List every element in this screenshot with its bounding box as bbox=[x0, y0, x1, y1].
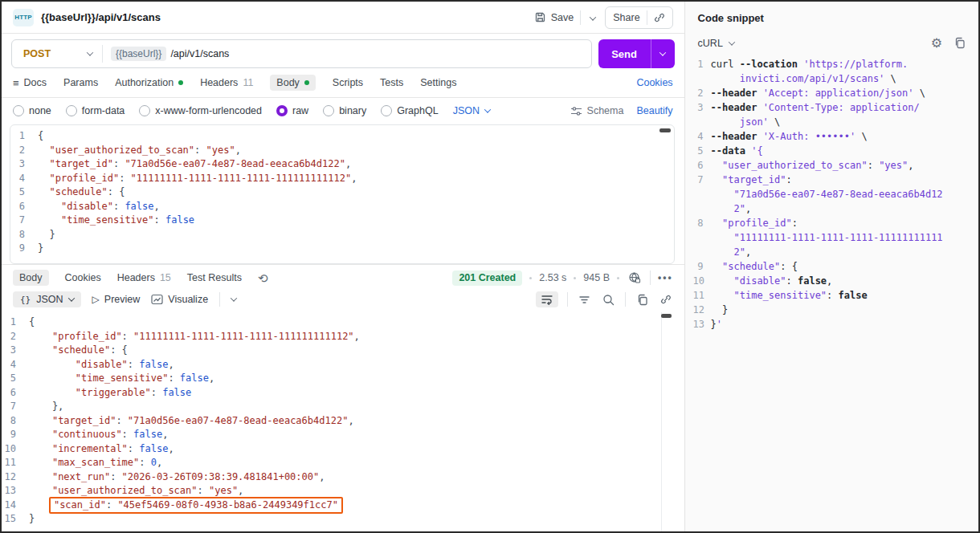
radio-form-data[interactable]: form-data bbox=[66, 105, 125, 116]
response-tab-headers[interactable]: Headers 15 bbox=[117, 272, 171, 283]
search-button[interactable] bbox=[601, 292, 616, 307]
preview-icon: ▷ bbox=[92, 294, 100, 305]
copy-icon bbox=[636, 294, 648, 306]
response-tab-body[interactable]: Body bbox=[13, 270, 49, 286]
separator-dot bbox=[617, 277, 619, 279]
code-line: "11111111-1111-1111-1111-11111111111 bbox=[693, 230, 974, 245]
visualize-options-chevron-icon[interactable] bbox=[231, 295, 237, 301]
link-response-button[interactable] bbox=[659, 292, 673, 307]
copy-link-icon[interactable] bbox=[654, 12, 665, 23]
beautify-button[interactable]: Beautify bbox=[636, 105, 672, 116]
link-icon bbox=[660, 294, 672, 305]
language-selector[interactable]: JSON bbox=[453, 105, 490, 116]
titlebar-actions: Save Share bbox=[534, 6, 673, 29]
response-history-icon[interactable]: ⟲ bbox=[258, 272, 268, 284]
tab-tests[interactable]: Tests bbox=[380, 77, 403, 88]
scrollbar-thumb[interactable] bbox=[661, 314, 672, 318]
separator-dot bbox=[574, 277, 576, 279]
chevron-down-icon bbox=[87, 49, 93, 55]
copy-snippet-button[interactable] bbox=[952, 35, 967, 51]
save-options-button[interactable] bbox=[587, 10, 598, 25]
code-line: 2", bbox=[693, 245, 974, 259]
request-body-editor[interactable]: 1{2 "user_authorized_to_scan": "yes",3 "… bbox=[10, 124, 675, 264]
divider bbox=[567, 292, 568, 307]
send-options-button[interactable] bbox=[651, 39, 675, 68]
url-path: /api/v1/scans bbox=[170, 48, 229, 59]
share-group: Share bbox=[605, 6, 672, 29]
wrap-text-icon bbox=[541, 294, 553, 305]
radio-x-www-form-urlencoded[interactable]: x-www-form-urlencoded bbox=[139, 105, 262, 116]
search-icon bbox=[602, 294, 615, 306]
divider bbox=[625, 292, 626, 307]
divider bbox=[580, 10, 581, 25]
body-mode-row: none form-data x-www-form-urlencoded raw… bbox=[2, 98, 684, 124]
code-line: 3 "schedule": { bbox=[2, 344, 684, 358]
status-dot bbox=[304, 80, 309, 85]
network-info-button[interactable] bbox=[627, 270, 643, 286]
code-line: 3 "target_id": "71a0d56e-ea07-4e87-8ead-… bbox=[10, 157, 674, 172]
tab-scripts[interactable]: Scripts bbox=[333, 77, 363, 88]
visualize-button[interactable]: Visualize bbox=[151, 294, 208, 305]
curl-code-block[interactable]: 1curl --location 'https://platform. invi… bbox=[685, 57, 978, 332]
code-snippet-title: Code snippet bbox=[685, 2, 978, 26]
http-request-icon: HTTP bbox=[13, 9, 34, 26]
code-line: 2", bbox=[693, 201, 974, 216]
chevron-down-icon bbox=[67, 295, 74, 301]
snippet-settings-button[interactable]: ⚙ bbox=[931, 37, 942, 50]
radio-icon bbox=[139, 105, 150, 116]
scrollbar-thumb[interactable] bbox=[659, 128, 671, 132]
status-dot bbox=[178, 80, 183, 85]
code-line: 2 "user_authorized_to_scan": "yes", bbox=[10, 144, 674, 158]
radio-graphql[interactable]: GraphQL bbox=[381, 105, 438, 116]
tab-body[interactable]: Body bbox=[270, 75, 316, 91]
radio-icon bbox=[323, 105, 334, 116]
docs-icon: ≡ bbox=[13, 77, 19, 89]
filter-button[interactable] bbox=[577, 293, 592, 307]
filter-icon bbox=[578, 295, 590, 305]
copy-icon bbox=[953, 37, 966, 49]
method-selector[interactable]: POST bbox=[12, 48, 102, 59]
url-input[interactable]: {{baseUrl}} /api/v1/scans bbox=[102, 45, 591, 63]
method-label: POST bbox=[23, 48, 51, 59]
code-line: 5 "time_sensitive": false, bbox=[2, 372, 684, 386]
code-line: 13 "user_authorized_to_scan": "yes", bbox=[2, 484, 684, 498]
separator-dot bbox=[529, 277, 532, 279]
request-titlebar: HTTP {{baseUrl}}/api/v1/scans Save Share bbox=[2, 2, 684, 34]
cookies-link[interactable]: Cookies bbox=[636, 77, 672, 88]
tab-headers[interactable]: Headers 11 bbox=[200, 77, 253, 88]
send-button[interactable]: Send bbox=[598, 39, 651, 68]
code-line: 3--header 'Content-Type: application/ bbox=[693, 100, 974, 115]
url-bar: POST {{baseUrl}} /api/v1/scans bbox=[11, 39, 592, 68]
code-line: 6 "user_authorized_to_scan": "yes", bbox=[693, 158, 974, 173]
tab-docs[interactable]: ≡ Docs bbox=[13, 77, 47, 89]
chevron-down-icon bbox=[659, 49, 666, 55]
tab-authorization[interactable]: Authorization bbox=[115, 77, 183, 88]
save-button[interactable]: Save bbox=[534, 11, 574, 23]
code-line: 6 "disable": false, bbox=[10, 200, 674, 214]
response-body-viewer[interactable]: 1{2 "profile_id": "11111111-1111-1111-11… bbox=[2, 312, 684, 531]
code-line: 8 "target_id": "71a0d56e-ea07-4e87-8ead-… bbox=[2, 414, 684, 429]
response-tab-cookies[interactable]: Cookies bbox=[65, 272, 101, 283]
response-format-selector[interactable]: {} JSON bbox=[13, 291, 81, 307]
url-variable-pill[interactable]: {{baseUrl}} bbox=[111, 47, 166, 61]
radio-raw[interactable]: raw bbox=[276, 105, 308, 116]
request-response-panel: HTTP {{baseUrl}}/api/v1/scans Save Share bbox=[2, 2, 684, 531]
globe-lock-icon bbox=[628, 271, 641, 284]
preview-button[interactable]: ▷ Preview bbox=[92, 294, 141, 305]
snippet-language-selector[interactable]: cURL bbox=[698, 38, 734, 49]
copy-response-button[interactable] bbox=[635, 292, 650, 307]
tab-settings[interactable]: Settings bbox=[420, 77, 456, 88]
response-tab-test-results[interactable]: Test Results bbox=[187, 272, 242, 283]
response-headers-count: 15 bbox=[160, 272, 171, 283]
more-options-button[interactable]: ••• bbox=[658, 272, 673, 283]
share-button[interactable]: Share bbox=[613, 12, 639, 23]
code-line: 4 "disable": false, bbox=[2, 358, 684, 372]
code-line: 6 "triggerable": false bbox=[2, 386, 684, 401]
radio-binary[interactable]: binary bbox=[323, 105, 366, 116]
radio-none[interactable]: none bbox=[13, 105, 51, 116]
schema-button[interactable]: Schema bbox=[570, 105, 624, 116]
wrap-text-button[interactable] bbox=[536, 291, 558, 307]
tab-params[interactable]: Params bbox=[63, 77, 98, 88]
scrollbar-track[interactable] bbox=[661, 312, 674, 531]
radio-icon bbox=[13, 105, 24, 116]
